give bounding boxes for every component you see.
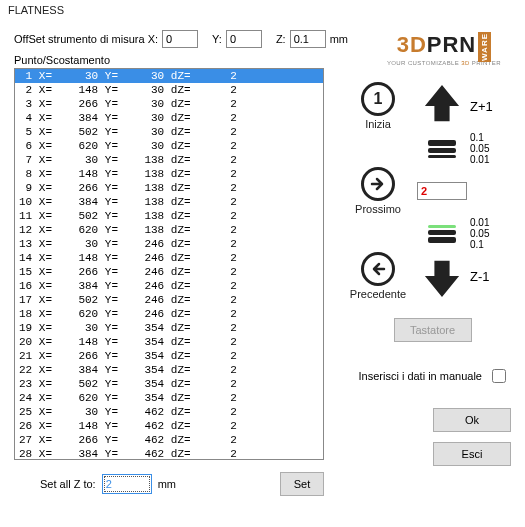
z-plus-label: Z+1 (470, 99, 493, 114)
offset-z-label: Z: (276, 33, 286, 45)
list-item[interactable]: 10 X= 384 Y= 138 dZ= 2 (15, 195, 323, 209)
list-item[interactable]: 20 X= 148 Y= 354 dZ= 2 (15, 335, 323, 349)
manual-label: Inserisci i dati in manuale (358, 370, 482, 382)
list-item[interactable]: 2 X= 148 Y= 30 dZ= 2 (15, 83, 323, 97)
set-button[interactable]: Set (280, 472, 324, 496)
svg-marker-0 (425, 85, 459, 121)
list-item[interactable]: 15 X= 266 Y= 246 dZ= 2 (15, 265, 323, 279)
setz-unit: mm (158, 478, 176, 490)
points-listbox[interactable]: 1 X= 30 Y= 30 dZ= 2 2 X= 148 Y= 30 dZ= 2… (14, 68, 324, 460)
z-up-arrow-icon[interactable] (423, 83, 461, 129)
list-item[interactable]: 6 X= 620 Y= 30 dZ= 2 (15, 139, 323, 153)
z-down-step-001: 0.01 (470, 217, 489, 228)
svg-marker-1 (425, 261, 459, 297)
prossimo-button[interactable] (361, 167, 395, 201)
z-up-step-005: 0.05 (470, 143, 489, 154)
offset-z-input[interactable] (290, 30, 326, 48)
precedente-button[interactable] (361, 252, 395, 286)
list-item[interactable]: 26 X= 148 Y= 462 dZ= 2 (15, 419, 323, 433)
esci-button[interactable]: Esci (433, 442, 511, 466)
list-item[interactable]: 9 X= 266 Y= 138 dZ= 2 (15, 181, 323, 195)
precedente-label: Precedente (350, 288, 406, 300)
z-up-steps-icon[interactable] (427, 140, 457, 158)
list-item[interactable]: 1 X= 30 Y= 30 dZ= 2 (15, 69, 323, 83)
offset-unit: mm (330, 33, 348, 45)
list-item[interactable]: 28 X= 384 Y= 462 dZ= 2 (15, 447, 323, 460)
setz-label: Set all Z to: (40, 478, 96, 490)
manual-checkbox[interactable] (492, 369, 506, 383)
z-value-input[interactable] (417, 182, 467, 200)
list-item[interactable]: 8 X= 148 Y= 138 dZ= 2 (15, 167, 323, 181)
list-item[interactable]: 23 X= 502 Y= 354 dZ= 2 (15, 377, 323, 391)
offset-x-input[interactable] (162, 30, 198, 48)
list-item[interactable]: 22 X= 384 Y= 354 dZ= 2 (15, 363, 323, 377)
list-item[interactable]: 27 X= 266 Y= 462 dZ= 2 (15, 433, 323, 447)
z-down-arrow-icon[interactable] (423, 253, 461, 299)
arrow-right-icon (370, 176, 386, 192)
z-down-steps-icon[interactable] (427, 225, 457, 243)
prossimo-label: Prossimo (355, 203, 401, 215)
tastatore-button: Tastatore (394, 318, 472, 342)
list-item[interactable]: 7 X= 30 Y= 138 dZ= 2 (15, 153, 323, 167)
offset-y-input[interactable] (226, 30, 262, 48)
list-label: Punto/Scostamento (14, 54, 324, 66)
list-item[interactable]: 5 X= 502 Y= 30 dZ= 2 (15, 125, 323, 139)
list-item[interactable]: 18 X= 620 Y= 246 dZ= 2 (15, 307, 323, 321)
z-up-step-01: 0.1 (470, 132, 484, 143)
z-down-step-01: 0.1 (470, 239, 484, 250)
list-item[interactable]: 19 X= 30 Y= 354 dZ= 2 (15, 321, 323, 335)
z-down-step-005: 0.05 (470, 228, 489, 239)
list-item[interactable]: 12 X= 620 Y= 138 dZ= 2 (15, 223, 323, 237)
logo-prn: PRN (427, 32, 476, 57)
list-item[interactable]: 21 X= 266 Y= 354 dZ= 2 (15, 349, 323, 363)
list-item[interactable]: 24 X= 620 Y= 354 dZ= 2 (15, 391, 323, 405)
offset-y-label: Y: (212, 33, 222, 45)
inizia-label: Inizia (365, 118, 391, 130)
list-item[interactable]: 17 X= 502 Y= 246 dZ= 2 (15, 293, 323, 307)
ok-button[interactable]: Ok (433, 408, 511, 432)
window-title: FLATNESS (0, 0, 525, 20)
brand-logo: 3DPRNWARE YOUR CUSTOMIZABLE 3D PRINTER (387, 32, 501, 66)
z-up-step-001: 0.01 (470, 154, 489, 165)
list-item[interactable]: 3 X= 266 Y= 30 dZ= 2 (15, 97, 323, 111)
arrow-left-icon (370, 261, 386, 277)
list-item[interactable]: 14 X= 148 Y= 246 dZ= 2 (15, 251, 323, 265)
logo-ware: WARE (478, 32, 491, 62)
list-item[interactable]: 4 X= 384 Y= 30 dZ= 2 (15, 111, 323, 125)
list-item[interactable]: 13 X= 30 Y= 246 dZ= 2 (15, 237, 323, 251)
list-item[interactable]: 25 X= 30 Y= 462 dZ= 2 (15, 405, 323, 419)
list-item[interactable]: 16 X= 384 Y= 246 dZ= 2 (15, 279, 323, 293)
setz-input[interactable] (102, 474, 152, 494)
inizia-button[interactable]: 1 (361, 82, 395, 116)
offset-x-label: OffSet strumento di misura X: (14, 33, 158, 45)
logo-3d: 3D (397, 32, 427, 57)
list-item[interactable]: 11 X= 502 Y= 138 dZ= 2 (15, 209, 323, 223)
z-minus-label: Z-1 (470, 269, 490, 284)
